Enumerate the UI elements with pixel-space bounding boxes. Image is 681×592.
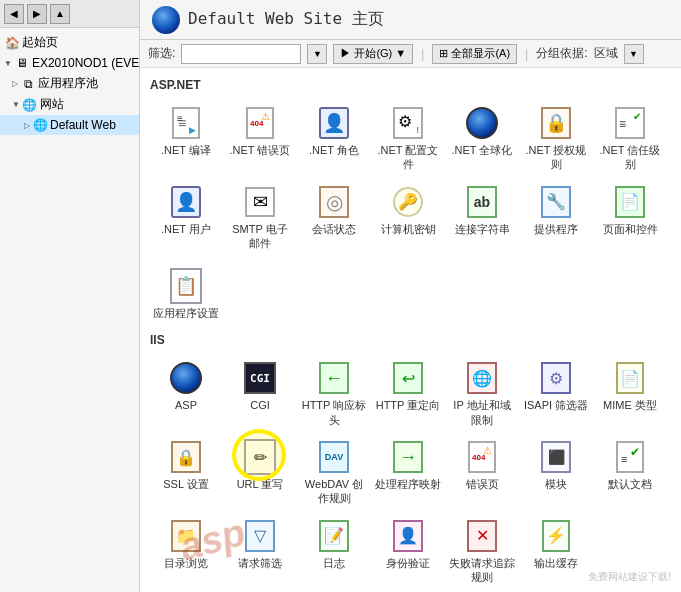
net-error-icon: ⚠ 404 <box>242 105 278 141</box>
isapi-filter-icon: ⚙ <box>538 360 574 396</box>
cgi-icon: CGI <box>242 360 278 396</box>
net-error-label: .NET 错误页 <box>230 143 291 157</box>
group-by-value: 区域 <box>594 45 618 62</box>
back-button[interactable]: ◀ <box>4 4 24 24</box>
net-user-label: .NET 用户 <box>161 222 211 236</box>
start-button[interactable]: ▶ 开始(G) ▼ <box>333 44 413 64</box>
icon-smtp[interactable]: ✉ SMTP 电子邮件 <box>224 179 296 256</box>
sidebar-item-server[interactable]: ▼ 🖥 EX2010NOD1 (EVE\ac <box>0 53 139 73</box>
conn-string-icon: ab <box>464 184 500 220</box>
icon-net-user[interactable]: 👤 .NET 用户 <box>150 179 222 256</box>
net-role-label: .NET 角色 <box>309 143 359 157</box>
sidebar-item-sites[interactable]: ▼ 🌐 网站 <box>0 94 139 115</box>
icon-net-compile[interactable]: ≡ ▶ .NET 编译 <box>150 100 222 177</box>
net-global-label: .NET 全球化 <box>452 143 513 157</box>
machine-key-label: 计算机密钥 <box>381 222 436 236</box>
app-settings-icon: 📋 <box>168 268 204 304</box>
sidebar-item-app-pool[interactable]: ▷ ⧉ 应用程序池 <box>0 73 139 94</box>
net-global-icon <box>464 105 500 141</box>
icon-error-iis[interactable]: ⚠ 404 错误页 <box>446 434 518 511</box>
main-area: Default Web Site 主页 筛选: ▼ ▶ 开始(G) ▼ | ⊞ … <box>140 0 681 592</box>
sidebar-item-default-web[interactable]: ▷ 🌐 Default Web <box>0 115 139 135</box>
cgi-label: CGI <box>250 398 270 412</box>
icon-app-settings[interactable]: 📋 应用程序设置 <box>150 263 222 325</box>
expand-arrow-sites: ▼ <box>12 100 20 109</box>
error-iis-label: 错误页 <box>466 477 499 491</box>
icon-isapi-filter[interactable]: ⚙ ISAPI 筛选器 <box>520 355 592 432</box>
asp-icon <box>168 360 204 396</box>
icon-handler[interactable]: → 处理程序映射 <box>372 434 444 511</box>
net-compile-label: .NET 编译 <box>161 143 211 157</box>
ssl-settings-label: SSL 设置 <box>163 477 208 491</box>
group-by-label: 分组依据: <box>536 45 587 62</box>
filter-dropdown[interactable]: ▼ <box>307 44 327 64</box>
auth2-icon: 👤 <box>390 518 426 554</box>
cache-icon: ⚡ <box>538 518 574 554</box>
server-icon: 🖥 <box>14 55 30 71</box>
icon-net-error[interactable]: ⚠ 404 .NET 错误页 <box>224 100 296 177</box>
content-area: ASP.NET ≡ ▶ .NET 编译 ⚠ 404 <box>140 68 681 592</box>
icon-page-ctrl[interactable]: 📄 页面和控件 <box>594 179 666 256</box>
webdav-label: WebDAV 创作规则 <box>301 477 367 506</box>
provider-icon: 🔧 <box>538 184 574 220</box>
icon-failed-req[interactable]: ✕ 失败请求追踪规则 <box>446 513 518 590</box>
up-button[interactable]: ▲ <box>50 4 70 24</box>
aspnet-section-label: ASP.NET <box>150 78 671 94</box>
forward-button[interactable]: ▶ <box>27 4 47 24</box>
icon-conn-string[interactable]: ab 连接字符串 <box>446 179 518 256</box>
icon-cgi[interactable]: CGI CGI <box>224 355 296 432</box>
net-user-icon: 👤 <box>168 184 204 220</box>
icon-log[interactable]: 📝 日志 <box>298 513 370 590</box>
net-compile-icon: ≡ ▶ <box>168 105 204 141</box>
icon-net-trust[interactable]: ✔ ≡ .NET 信任级别 <box>594 100 666 177</box>
filter-input[interactable] <box>181 44 301 64</box>
net-auth-label: .NET 授权规则 <box>523 143 589 172</box>
http-redirect-label: HTTP 重定向 <box>376 398 441 412</box>
icon-mime-type[interactable]: 📄 MIME 类型 <box>594 355 666 432</box>
iis-icon-grid: ASP CGI CGI ← HTTP 响应标头 ↩ HTTP 重定向 <box>150 355 671 589</box>
error-iis-icon: ⚠ 404 <box>464 439 500 475</box>
default-doc-icon: ✔ ≡ <box>612 439 648 475</box>
default-doc-label: 默认文档 <box>608 477 652 491</box>
icon-session[interactable]: ◎ 会话状态 <box>298 179 370 256</box>
icon-machine-key[interactable]: 🔑 计算机密钥 <box>372 179 444 256</box>
net-role-icon: 👤 <box>316 105 352 141</box>
ip-restrict-label: IP 地址和域限制 <box>449 398 515 427</box>
dir-browse-icon: 📁 <box>168 518 204 554</box>
group-by-dropdown[interactable]: ▼ <box>624 44 644 64</box>
handler-icon: → <box>390 439 426 475</box>
failed-req-label: 失败请求追踪规则 <box>449 556 515 585</box>
page-ctrl-label: 页面和控件 <box>603 222 658 236</box>
net-auth-icon: 🔒 <box>538 105 574 141</box>
session-label: 会话状态 <box>312 222 356 236</box>
icon-cache[interactable]: ⚡ 输出缓存 <box>520 513 592 590</box>
icon-net-role[interactable]: 👤 .NET 角色 <box>298 100 370 177</box>
icon-http-response[interactable]: ← HTTP 响应标头 <box>298 355 370 432</box>
icon-net-config[interactable]: ⚙ ! .NET 配置文件 <box>372 100 444 177</box>
icon-net-global[interactable]: .NET 全球化 <box>446 100 518 177</box>
icon-dir-browse[interactable]: 📁 目录浏览 <box>150 513 222 590</box>
globe-icon: 🌐 <box>22 97 38 113</box>
icon-default-doc[interactable]: ✔ ≡ 默认文档 <box>594 434 666 511</box>
icon-req-filter[interactable]: ▽ 请求筛选 <box>224 513 296 590</box>
icon-auth2[interactable]: 👤 身份验证 <box>372 513 444 590</box>
icon-http-redirect[interactable]: ↩ HTTP 重定向 <box>372 355 444 432</box>
icon-ssl-settings[interactable]: 🔒 SSL 设置 <box>150 434 222 511</box>
icon-ip-restrict[interactable]: 🌐 IP 地址和域限制 <box>446 355 518 432</box>
session-icon: ◎ <box>316 184 352 220</box>
icon-webdav[interactable]: DAV WebDAV 创作规则 <box>298 434 370 511</box>
req-filter-icon: ▽ <box>242 518 278 554</box>
smtp-label: SMTP 电子邮件 <box>227 222 293 251</box>
smtp-icon: ✉ <box>242 184 278 220</box>
icon-module[interactable]: ⬛ 模块 <box>520 434 592 511</box>
log-label: 日志 <box>323 556 345 570</box>
sidebar-item-start[interactable]: 🏠 起始页 <box>0 32 139 53</box>
icon-net-auth[interactable]: 🔒 .NET 授权规则 <box>520 100 592 177</box>
show-all-button[interactable]: ⊞ 全部显示(A) <box>432 44 517 64</box>
page-ctrl-icon: 📄 <box>612 184 648 220</box>
app-settings-grid: 📋 应用程序设置 <box>150 263 671 325</box>
icon-url-rewrite[interactable]: ✏ URL 重写 <box>224 434 296 511</box>
icon-provider[interactable]: 🔧 提供程序 <box>520 179 592 256</box>
filter-label: 筛选: <box>148 45 175 62</box>
icon-asp[interactable]: ASP <box>150 355 222 432</box>
